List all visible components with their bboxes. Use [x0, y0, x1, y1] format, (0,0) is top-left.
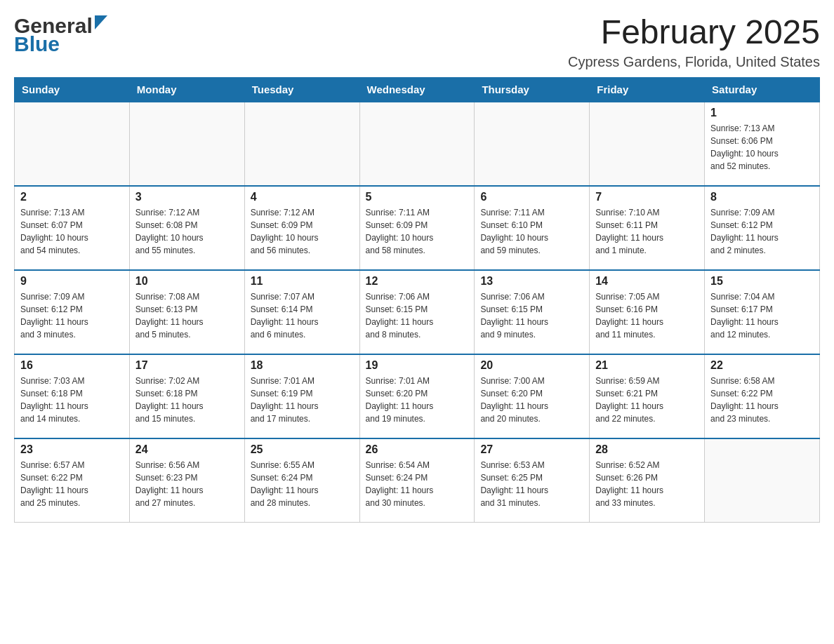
table-row: 6Sunrise: 7:11 AM Sunset: 6:10 PM Daylig… — [475, 186, 590, 270]
day-number: 22 — [710, 359, 814, 372]
calendar-header-row: Sunday Monday Tuesday Wednesday Thursday… — [15, 77, 820, 102]
table-row: 22Sunrise: 6:58 AM Sunset: 6:22 PM Dayli… — [705, 354, 820, 438]
calendar-week-row: 23Sunrise: 6:57 AM Sunset: 6:22 PM Dayli… — [15, 438, 820, 523]
calendar-week-row: 16Sunrise: 7:03 AM Sunset: 6:18 PM Dayli… — [15, 354, 820, 438]
day-info: Sunrise: 7:01 AM Sunset: 6:19 PM Dayligh… — [251, 375, 354, 425]
table-row: 11Sunrise: 7:07 AM Sunset: 6:14 PM Dayli… — [244, 270, 359, 354]
day-number: 18 — [251, 359, 354, 372]
day-number: 21 — [595, 359, 699, 372]
day-number: 28 — [595, 443, 699, 456]
day-info: Sunrise: 7:09 AM Sunset: 6:12 PM Dayligh… — [710, 206, 814, 257]
day-info: Sunrise: 7:09 AM Sunset: 6:12 PM Dayligh… — [20, 290, 124, 341]
table-row: 18Sunrise: 7:01 AM Sunset: 6:19 PM Dayli… — [244, 354, 359, 438]
table-row — [475, 102, 590, 186]
day-number: 10 — [135, 275, 239, 288]
day-number: 1 — [710, 107, 814, 119]
table-row: 17Sunrise: 7:02 AM Sunset: 6:18 PM Dayli… — [129, 354, 244, 438]
table-row: 15Sunrise: 7:04 AM Sunset: 6:17 PM Dayli… — [705, 270, 820, 354]
day-number: 8 — [710, 191, 814, 203]
day-number: 2 — [20, 191, 124, 203]
col-thursday: Thursday — [475, 77, 590, 102]
day-number: 7 — [595, 191, 699, 203]
table-row: 12Sunrise: 7:06 AM Sunset: 6:15 PM Dayli… — [359, 270, 475, 354]
day-info: Sunrise: 6:55 AM Sunset: 6:24 PM Dayligh… — [251, 459, 354, 509]
table-row — [244, 102, 359, 186]
day-number: 24 — [135, 443, 239, 456]
day-info: Sunrise: 7:12 AM Sunset: 6:09 PM Dayligh… — [251, 206, 354, 257]
day-info: Sunrise: 6:57 AM Sunset: 6:22 PM Dayligh… — [20, 459, 124, 509]
table-row: 5Sunrise: 7:11 AM Sunset: 6:09 PM Daylig… — [359, 186, 475, 270]
logo-arrow-icon — [95, 15, 107, 32]
day-info: Sunrise: 7:04 AM Sunset: 6:17 PM Dayligh… — [710, 290, 814, 341]
table-row: 24Sunrise: 6:56 AM Sunset: 6:23 PM Dayli… — [129, 438, 244, 523]
calendar-week-row: 9Sunrise: 7:09 AM Sunset: 6:12 PM Daylig… — [15, 270, 820, 354]
day-number: 9 — [20, 275, 124, 288]
day-info: Sunrise: 7:11 AM Sunset: 6:10 PM Dayligh… — [480, 206, 583, 257]
table-row — [590, 102, 705, 186]
calendar-title: February 2025 Cypress Gardens, Florida, … — [568, 14, 820, 70]
col-friday: Friday — [590, 77, 705, 102]
page-header: General Blue February 2025 Cypress Garde… — [14, 14, 820, 70]
table-row: 25Sunrise: 6:55 AM Sunset: 6:24 PM Dayli… — [244, 438, 359, 523]
table-row — [705, 438, 820, 523]
day-number: 17 — [135, 359, 239, 372]
day-number: 4 — [251, 191, 354, 203]
day-info: Sunrise: 7:06 AM Sunset: 6:15 PM Dayligh… — [366, 290, 469, 341]
day-number: 14 — [595, 275, 699, 288]
table-row — [15, 102, 130, 186]
table-row — [129, 102, 244, 186]
day-info: Sunrise: 7:01 AM Sunset: 6:20 PM Dayligh… — [366, 375, 469, 425]
day-number: 13 — [480, 275, 583, 288]
table-row: 8Sunrise: 7:09 AM Sunset: 6:12 PM Daylig… — [705, 186, 820, 270]
day-info: Sunrise: 7:11 AM Sunset: 6:09 PM Dayligh… — [366, 206, 469, 257]
day-info: Sunrise: 6:56 AM Sunset: 6:23 PM Dayligh… — [135, 459, 239, 509]
table-row: 16Sunrise: 7:03 AM Sunset: 6:18 PM Dayli… — [15, 354, 130, 438]
day-number: 15 — [710, 275, 814, 288]
col-sunday: Sunday — [15, 77, 130, 102]
day-number: 27 — [480, 443, 583, 456]
table-row: 21Sunrise: 6:59 AM Sunset: 6:21 PM Dayli… — [590, 354, 705, 438]
table-row: 1Sunrise: 7:13 AM Sunset: 6:06 PM Daylig… — [705, 102, 820, 186]
col-wednesday: Wednesday — [359, 77, 475, 102]
table-row: 7Sunrise: 7:10 AM Sunset: 6:11 PM Daylig… — [590, 186, 705, 270]
table-row: 28Sunrise: 6:52 AM Sunset: 6:26 PM Dayli… — [590, 438, 705, 523]
day-number: 12 — [366, 275, 469, 288]
day-info: Sunrise: 7:00 AM Sunset: 6:20 PM Dayligh… — [480, 375, 583, 425]
day-info: Sunrise: 7:08 AM Sunset: 6:13 PM Dayligh… — [135, 290, 239, 341]
calendar-week-row: 2Sunrise: 7:13 AM Sunset: 6:07 PM Daylig… — [15, 186, 820, 270]
day-number: 11 — [251, 275, 354, 288]
day-info: Sunrise: 6:58 AM Sunset: 6:22 PM Dayligh… — [710, 375, 814, 425]
logo-blue-text: Blue — [14, 32, 60, 56]
table-row: 4Sunrise: 7:12 AM Sunset: 6:09 PM Daylig… — [244, 186, 359, 270]
day-number: 26 — [366, 443, 469, 456]
day-number: 25 — [251, 443, 354, 456]
col-saturday: Saturday — [705, 77, 820, 102]
day-number: 5 — [366, 191, 469, 203]
day-number: 6 — [480, 191, 583, 203]
day-info: Sunrise: 7:07 AM Sunset: 6:14 PM Dayligh… — [251, 290, 354, 341]
svg-marker-0 — [95, 15, 107, 29]
table-row: 20Sunrise: 7:00 AM Sunset: 6:20 PM Dayli… — [475, 354, 590, 438]
day-info: Sunrise: 6:52 AM Sunset: 6:26 PM Dayligh… — [595, 459, 699, 509]
table-row: 19Sunrise: 7:01 AM Sunset: 6:20 PM Dayli… — [359, 354, 475, 438]
day-info: Sunrise: 6:59 AM Sunset: 6:21 PM Dayligh… — [595, 375, 699, 425]
table-row: 2Sunrise: 7:13 AM Sunset: 6:07 PM Daylig… — [15, 186, 130, 270]
day-info: Sunrise: 7:13 AM Sunset: 6:06 PM Dayligh… — [710, 122, 814, 173]
day-info: Sunrise: 7:12 AM Sunset: 6:08 PM Dayligh… — [135, 206, 239, 257]
table-row: 27Sunrise: 6:53 AM Sunset: 6:25 PM Dayli… — [475, 438, 590, 523]
day-info: Sunrise: 6:54 AM Sunset: 6:24 PM Dayligh… — [366, 459, 469, 509]
day-info: Sunrise: 7:13 AM Sunset: 6:07 PM Dayligh… — [20, 206, 124, 257]
month-year-heading: February 2025 — [568, 14, 820, 51]
table-row: 9Sunrise: 7:09 AM Sunset: 6:12 PM Daylig… — [15, 270, 130, 354]
table-row: 10Sunrise: 7:08 AM Sunset: 6:13 PM Dayli… — [129, 270, 244, 354]
day-number: 20 — [480, 359, 583, 372]
table-row: 14Sunrise: 7:05 AM Sunset: 6:16 PM Dayli… — [590, 270, 705, 354]
day-info: Sunrise: 7:02 AM Sunset: 6:18 PM Dayligh… — [135, 375, 239, 425]
day-info: Sunrise: 7:05 AM Sunset: 6:16 PM Dayligh… — [595, 290, 699, 341]
day-number: 16 — [20, 359, 124, 372]
col-tuesday: Tuesday — [244, 77, 359, 102]
table-row: 13Sunrise: 7:06 AM Sunset: 6:15 PM Dayli… — [475, 270, 590, 354]
day-info: Sunrise: 7:06 AM Sunset: 6:15 PM Dayligh… — [480, 290, 583, 341]
table-row: 26Sunrise: 6:54 AM Sunset: 6:24 PM Dayli… — [359, 438, 475, 523]
logo: General Blue — [14, 14, 107, 56]
